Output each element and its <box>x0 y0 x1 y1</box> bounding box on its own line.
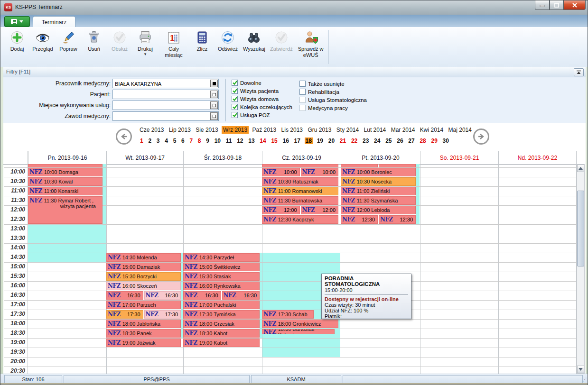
appointment[interactable]: NFZ18:00 Gronkiewicz <box>262 320 338 328</box>
appointment[interactable]: NFZ18:30 Panek <box>106 329 181 338</box>
appointment[interactable]: NFZ11:00 Romanowski <box>262 187 338 195</box>
day-number-13[interactable]: 13 <box>247 138 255 144</box>
field-lookup-button[interactable] <box>210 101 218 109</box>
appointment-split[interactable]: NFZ09:30NFZ09:30 <box>341 164 416 167</box>
month-lut-2014[interactable]: Lut 2014 <box>363 126 388 134</box>
appointment[interactable]: NFZ18:30 Kabot <box>183 329 260 338</box>
day-number-21[interactable]: 21 <box>339 138 347 144</box>
appointment[interactable]: NFZ15:00 Świtkiewicz <box>183 263 260 271</box>
collapse-panel-button[interactable] <box>574 68 584 76</box>
zawod-medyczny-input[interactable] <box>114 112 209 121</box>
caly-miesiac-button[interactable]: 1 Cały miesiąc <box>158 29 189 58</box>
day-number-20[interactable]: 20 <box>327 138 336 144</box>
appointment[interactable]: NFZ17:00 Puchalski <box>183 301 260 309</box>
appointment[interactable]: NFZ12:00 <box>262 206 300 214</box>
appointment[interactable]: NFZ11:00 Konarski <box>28 187 103 195</box>
day-number-2[interactable]: 2 <box>147 138 152 144</box>
appointment[interactable]: NFZ09:30 <box>262 164 338 167</box>
appointment[interactable]: NFZ10:30 Kowal <box>28 177 103 186</box>
day-number-6[interactable]: 6 <box>180 138 186 144</box>
appointment[interactable]: NFZ15:30 Borzycki <box>106 272 181 281</box>
appointment[interactable]: NFZ15:30 Stasiak <box>183 272 260 281</box>
month-maj-2014[interactable]: Maj 2014 <box>447 126 473 134</box>
appointment[interactable]: NFZ11:30 Rymar Robert ,wizyta pacjenta <box>28 196 103 224</box>
miejsce-uslug-input[interactable] <box>114 101 209 110</box>
month-kwi-2014[interactable]: Kwi 2014 <box>419 126 445 134</box>
dodaj-button[interactable]: Dodaj <box>4 29 30 52</box>
appointment[interactable]: NFZ16:00 Skoczeń <box>106 282 181 290</box>
day-number-7[interactable]: 7 <box>188 138 194 144</box>
appointment[interactable]: NFZ17:30 Tymińska <box>183 310 260 319</box>
day-number-5[interactable]: 5 <box>172 138 177 144</box>
minimize-button[interactable] <box>535 0 550 10</box>
day-number-29[interactable]: 29 <box>430 138 438 144</box>
appointment[interactable]: NFZ11:00 Zieliński <box>341 187 416 195</box>
pacjent-input[interactable] <box>114 91 209 99</box>
appointment-split[interactable]: NFZ10:00NFZ10:00 <box>262 168 338 176</box>
appointment[interactable]: NFZ10:00 Domaga <box>28 168 103 176</box>
checkbox-dowolne[interactable]: Dowolne <box>232 80 261 86</box>
close-button[interactable] <box>563 0 586 10</box>
appointment[interactable]: NFZ19:00 Kabot <box>183 339 260 347</box>
scroll-up-button[interactable] <box>577 165 584 172</box>
month-gru-2013[interactable]: Gru 2013 <box>306 126 333 134</box>
day-number-27[interactable]: 27 <box>407 138 415 144</box>
checkbox-także-usunięte[interactable]: Także usunięte <box>299 81 345 87</box>
day-number-24[interactable]: 24 <box>373 138 381 144</box>
odswiez-button[interactable]: Odśwież <box>215 29 241 52</box>
appointment[interactable]: NFZ18:00 Jabłońska <box>106 320 181 328</box>
month-wrz-2013[interactable]: Wrz 2013 <box>222 126 249 134</box>
appointment[interactable]: NFZ10:30 Nosecka <box>341 177 416 186</box>
appointment[interactable]: NFZ15:00 Damaziak <box>106 263 181 271</box>
sprawdz-ewus-button[interactable]: Sprawdź w eWUŚ <box>295 29 327 58</box>
day-number-3[interactable]: 3 <box>156 138 161 144</box>
day-number-28[interactable]: 28 <box>419 138 427 144</box>
checkbox-wizyta-pacjenta[interactable]: Wizyta pacjenta <box>232 88 279 94</box>
day-number-15[interactable]: 15 <box>270 138 278 144</box>
drukuj-button[interactable]: Drukuj ▾ <box>132 29 158 56</box>
day-number-11[interactable]: 11 <box>225 138 233 144</box>
appointment[interactable]: NFZ16:00 Rynkowska <box>183 282 260 290</box>
day-number-23[interactable]: 23 <box>362 138 370 144</box>
checkbox-kolejka-oczekujących[interactable]: Kolejka oczekujących <box>232 104 292 110</box>
previous-period-button[interactable] <box>116 128 132 145</box>
month-lis-2013[interactable]: Lis 2013 <box>280 126 304 134</box>
day-number-30[interactable]: 30 <box>442 138 450 144</box>
appointment[interactable]: NFZ12:30 <box>379 215 416 224</box>
day-number-4[interactable]: 4 <box>164 138 169 144</box>
day-number-14[interactable]: 14 <box>259 138 267 144</box>
zlicz-button[interactable]: Zlicz <box>189 29 215 52</box>
appointment[interactable]: NFZ16:30 <box>106 291 143 300</box>
appointment[interactable]: NFZ11:30 Szymańska <box>341 196 416 205</box>
appointment[interactable]: NFZ10:00 <box>301 168 339 176</box>
appointment[interactable]: NFZ14:30 Parzydeł <box>183 253 260 262</box>
checkbox-wizyta-domowa[interactable]: Wizyta domowa <box>232 96 279 102</box>
appointment-split[interactable]: NFZ16:30NFZ16:30 <box>183 291 260 300</box>
appointment[interactable]: NFZ16:30 <box>222 291 260 300</box>
appointment-split[interactable]: NFZ12:30NFZ12:30 <box>341 215 416 224</box>
day-number-22[interactable]: 22 <box>350 138 358 144</box>
month-sty-2014[interactable]: Sty 2014 <box>335 126 360 134</box>
pracownik-medyczny-input[interactable] <box>114 80 209 88</box>
appointment[interactable]: NFZ09:30 <box>341 164 378 167</box>
field-lookup-button[interactable] <box>210 91 218 98</box>
month-paź-2013[interactable]: Paź 2013 <box>251 126 278 134</box>
zawod-medyczny-field[interactable] <box>112 111 219 121</box>
resize-grip[interactable]: ⋰ <box>582 377 587 382</box>
appointment[interactable]: NFZ19:00 Jóźwiak <box>106 339 181 347</box>
tab-terminarz[interactable]: Terminarz <box>33 16 75 28</box>
day-number-16[interactable]: 16 <box>281 138 289 144</box>
maximize-button[interactable] <box>550 0 563 10</box>
appointment-split[interactable]: NFZ16:30NFZ16:30 <box>106 291 181 300</box>
next-period-button[interactable] <box>473 128 489 145</box>
appointment[interactable]: NFZ09:30 <box>28 164 103 167</box>
appointment[interactable]: NFZ12:30 <box>341 215 378 224</box>
checkbox-rehabilitacja[interactable]: Rehabilitacja <box>299 89 339 95</box>
appointment[interactable]: NFZ17:30 <box>106 310 143 319</box>
popraw-button[interactable]: Popraw <box>56 29 81 52</box>
przeglad-button[interactable]: Przegląd <box>30 29 56 52</box>
checkbox-usługa-poz[interactable]: Usługa POZ <box>232 112 270 118</box>
month-lip-2013[interactable]: Lip 2013 <box>168 126 192 134</box>
day-number-12[interactable]: 12 <box>236 138 244 144</box>
day-number-25[interactable]: 25 <box>384 138 392 144</box>
